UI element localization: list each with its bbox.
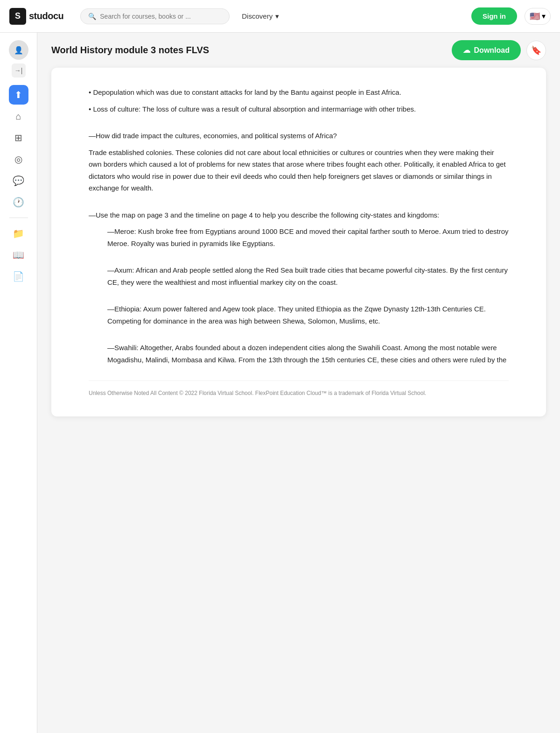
discovery-nav[interactable]: Discovery ▾ (242, 12, 279, 21)
logo-icon: S (9, 8, 26, 25)
axum-text: —Axum: African and Arab people settled a… (107, 264, 509, 288)
document-footer: Unless Otherwise Noted All Content © 202… (89, 381, 509, 398)
document-actions: ☁ Download 🔖 (452, 40, 546, 60)
bookmark-icon: 🔖 (531, 45, 541, 56)
flag-icon: 🇺🇸 (530, 11, 540, 21)
top-navigation: S studocu 🔍 Discovery ▾ Sign in 🇺🇸 ▾ (0, 0, 560, 33)
sidebar-item-globe[interactable]: ◎ (9, 149, 28, 169)
answer-trade: Trade established colonies. These coloni… (89, 147, 509, 194)
avatar[interactable]: 👤 (9, 40, 28, 60)
section-meroe: —Meroe: Kush broke free from Egyptians a… (89, 226, 509, 249)
ethiopia-text: —Ethiopia: Axum power faltered and Agew … (107, 303, 509, 327)
main-content: World History module 3 notes FLVS ☁ Down… (37, 33, 560, 435)
chevron-down-icon: ▾ (542, 12, 546, 21)
upload-icon: ⬆ (14, 89, 22, 100)
chevron-down-icon: ▾ (275, 12, 279, 21)
sidebar-item-book[interactable]: 📖 (9, 245, 28, 265)
logo-area[interactable]: S studocu (9, 8, 63, 25)
sidebar-item-clock[interactable]: 🕐 (9, 192, 28, 212)
section-city-states: —Use the map on page 3 and the timeline … (89, 209, 509, 366)
download-cloud-icon: ☁ (463, 46, 470, 55)
bullet-depopulation: • Depopulation which was due to constant… (89, 86, 509, 99)
section-trade: —How did trade impact the cultures, econ… (89, 130, 509, 194)
collapse-button[interactable]: →| (12, 63, 26, 78)
chat-icon: 💬 (13, 175, 24, 186)
home-icon: ⌂ (15, 111, 21, 122)
book-icon: 📖 (13, 249, 24, 261)
sidebar-divider (9, 218, 28, 218)
collapse-icon: →| (14, 67, 23, 74)
search-input[interactable] (100, 13, 222, 20)
sidebar-item-document[interactable]: 📄 (9, 267, 28, 286)
discovery-label: Discovery (242, 12, 273, 20)
sidebar-item-folder[interactable]: 📁 (9, 224, 28, 243)
document-title: World History module 3 notes FLVS (51, 45, 209, 56)
folder-icon: 📁 (13, 228, 24, 239)
sidebar-item-grid[interactable]: ⊞ (9, 128, 28, 148)
section-ethiopia: —Ethiopia: Axum power faltered and Agew … (89, 303, 509, 327)
sign-in-button[interactable]: Sign in (471, 7, 517, 25)
document-header: World History module 3 notes FLVS ☁ Down… (51, 33, 546, 68)
section-axum: —Axum: African and Arab people settled a… (89, 264, 509, 288)
swahili-text: —Swahili: Altogether, Arabs founded abou… (107, 342, 509, 366)
document-card: • Depopulation which was due to constant… (51, 68, 546, 416)
sidebar-item-home[interactable]: ⌂ (9, 106, 28, 126)
section-swahili: —Swahili: Altogether, Arabs founded abou… (89, 342, 509, 366)
document-icon: 📄 (13, 271, 24, 282)
language-selector[interactable]: 🇺🇸 ▾ (525, 8, 551, 25)
globe-icon: ◎ (14, 154, 22, 165)
search-bar[interactable]: 🔍 (80, 8, 230, 24)
user-icon: 👤 (14, 46, 23, 55)
bookmark-button[interactable]: 🔖 (526, 41, 546, 60)
meroe-text: —Meroe: Kush broke free from Egyptians a… (107, 226, 509, 249)
grid-icon: ⊞ (14, 132, 22, 143)
footer-text: Unless Otherwise Noted All Content © 202… (89, 388, 509, 398)
question-trade: —How did trade impact the cultures, econ… (89, 130, 509, 142)
section-bullets: • Depopulation which was due to constant… (89, 86, 509, 115)
logo-text: studocu (29, 11, 63, 21)
search-icon: 🔍 (88, 13, 96, 20)
download-button[interactable]: ☁ Download (452, 40, 521, 60)
question-map: —Use the map on page 3 and the timeline … (89, 209, 509, 221)
bullet-culture: • Loss of culture: The loss of culture w… (89, 103, 509, 115)
sidebar-item-chat[interactable]: 💬 (9, 171, 28, 190)
sidebar: 👤 →| ⬆ ⌂ ⊞ ◎ 💬 🕐 📁 📖 📄 (0, 33, 37, 435)
sidebar-item-upload[interactable]: ⬆ (9, 85, 28, 105)
clock-icon: 🕐 (13, 197, 24, 208)
